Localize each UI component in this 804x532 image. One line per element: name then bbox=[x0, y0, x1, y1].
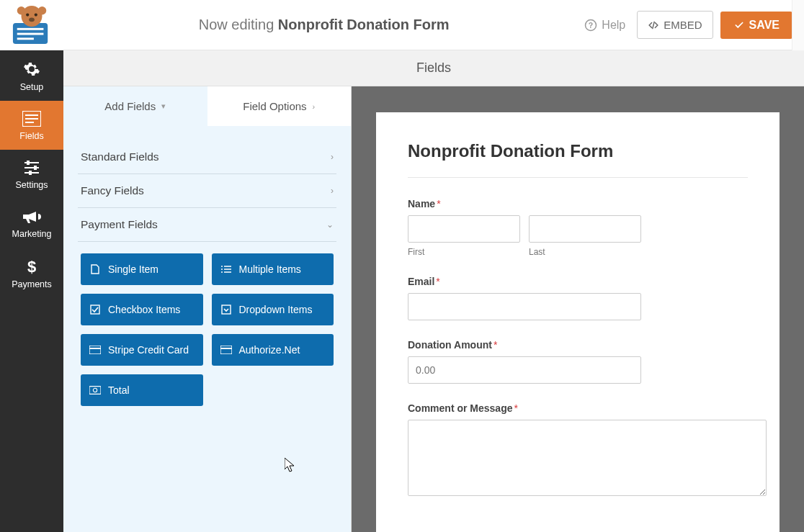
svg-point-8 bbox=[17, 6, 26, 14]
field-single-item[interactable]: Single Item bbox=[81, 253, 203, 285]
svg-rect-28 bbox=[220, 348, 232, 349]
check-square-icon bbox=[89, 305, 101, 315]
list-icon bbox=[22, 111, 41, 127]
page-title: Now editing Nonprofit Donation Form bbox=[63, 17, 584, 33]
editing-prefix: Now editing bbox=[199, 17, 274, 32]
required-mark: * bbox=[493, 339, 497, 351]
svg-rect-1 bbox=[17, 27, 44, 30]
embed-icon bbox=[648, 20, 659, 30]
email-label: Email* bbox=[408, 276, 748, 287]
help-link[interactable]: ? Help bbox=[584, 19, 625, 32]
required-mark: * bbox=[514, 402, 517, 414]
svg-rect-27 bbox=[220, 346, 232, 354]
sliders-icon bbox=[23, 160, 40, 176]
nav-label: Setup bbox=[20, 82, 44, 92]
chevron-down-icon: ⌄ bbox=[326, 220, 334, 230]
left-nav: Setup Fields Settings Marketing $ Paymen… bbox=[0, 50, 63, 532]
topbar: Now editing Nonprofit Donation Form ? He… bbox=[0, 0, 804, 50]
nav-label: Payments bbox=[12, 279, 52, 289]
comment-label: Comment or Message* bbox=[408, 402, 748, 414]
svg-rect-14 bbox=[25, 118, 38, 120]
nav-label: Fields bbox=[19, 131, 43, 141]
svg-rect-17 bbox=[34, 166, 37, 170]
field-comment[interactable]: Comment or Message* bbox=[408, 402, 748, 498]
required-mark: * bbox=[436, 276, 439, 287]
wpforms-logo-icon bbox=[7, 5, 56, 45]
svg-rect-2 bbox=[17, 32, 44, 35]
svg-rect-13 bbox=[25, 114, 38, 116]
app-logo[interactable] bbox=[0, 0, 63, 50]
svg-rect-29 bbox=[89, 387, 101, 395]
chevron-right-icon: › bbox=[331, 152, 334, 162]
svg-rect-3 bbox=[17, 37, 34, 40]
email-input[interactable] bbox=[408, 293, 641, 320]
nav-marketing[interactable]: Marketing bbox=[0, 199, 63, 248]
embed-button[interactable]: EMBED bbox=[637, 11, 713, 39]
check-icon bbox=[733, 20, 745, 30]
last-sublabel: Last bbox=[529, 247, 641, 257]
name-label: Name* bbox=[408, 198, 748, 209]
nav-payments[interactable]: $ Payments bbox=[0, 248, 63, 298]
svg-point-21 bbox=[221, 269, 223, 270]
form-preview-canvas: Nonprofit Donation Form Name* First Last… bbox=[352, 86, 804, 532]
svg-point-30 bbox=[93, 388, 97, 392]
nav-fields[interactable]: Fields bbox=[0, 101, 63, 150]
nav-setup[interactable]: Setup bbox=[0, 50, 63, 101]
gear-icon bbox=[23, 60, 40, 78]
divider bbox=[408, 177, 748, 178]
money-icon bbox=[89, 386, 101, 395]
dollar-icon: $ bbox=[26, 258, 37, 275]
donation-input[interactable] bbox=[408, 356, 641, 384]
svg-point-7 bbox=[29, 17, 35, 22]
field-authorize-net[interactable]: Authorize.Net bbox=[212, 334, 334, 366]
donation-label: Donation Amount* bbox=[408, 339, 748, 351]
svg-rect-23 bbox=[91, 305, 99, 314]
last-name-input[interactable] bbox=[529, 215, 641, 243]
svg-text:?: ? bbox=[589, 20, 593, 29]
card-icon bbox=[89, 346, 101, 354]
field-name[interactable]: Name* First Last bbox=[408, 198, 748, 257]
svg-rect-25 bbox=[89, 346, 101, 354]
required-mark: * bbox=[437, 198, 440, 209]
card-icon bbox=[220, 346, 232, 354]
svg-point-5 bbox=[26, 13, 29, 16]
nav-label: Marketing bbox=[12, 229, 52, 239]
form-name: Nonprofit Donation Form bbox=[278, 17, 450, 32]
accordion-fancy-fields[interactable]: Fancy Fields › bbox=[78, 174, 336, 208]
accordion-payment-fields[interactable]: Payment Fields ⌄ bbox=[78, 208, 336, 242]
section-header: Fields bbox=[63, 50, 804, 86]
svg-rect-18 bbox=[29, 171, 32, 175]
panel-tabs: Add Fields ▾ Field Options › bbox=[63, 86, 351, 126]
caret-square-icon bbox=[220, 305, 232, 315]
nav-settings[interactable]: Settings bbox=[0, 150, 63, 199]
field-email[interactable]: Email* bbox=[408, 276, 748, 320]
field-total[interactable]: Total bbox=[81, 374, 203, 406]
svg-point-22 bbox=[221, 271, 223, 273]
comment-textarea[interactable] bbox=[408, 420, 767, 496]
first-name-input[interactable] bbox=[408, 215, 520, 243]
tab-field-options[interactable]: Field Options › bbox=[207, 86, 352, 126]
form-card[interactable]: Nonprofit Donation Form Name* First Last… bbox=[376, 112, 780, 532]
svg-point-6 bbox=[35, 13, 37, 16]
chevron-right-icon: › bbox=[331, 186, 334, 196]
first-sublabel: First bbox=[408, 247, 520, 257]
field-checkbox-items[interactable]: Checkbox Items bbox=[81, 294, 203, 325]
field-stripe[interactable]: Stripe Credit Card bbox=[81, 334, 203, 366]
chevron-right-icon: › bbox=[313, 102, 316, 111]
form-title: Nonprofit Donation Form bbox=[408, 141, 748, 161]
payment-field-grid: Single Item Multiple Items Checkbox Item… bbox=[78, 242, 336, 418]
help-icon: ? bbox=[584, 19, 597, 32]
accordion-standard-fields[interactable]: Standard Fields › bbox=[78, 140, 336, 174]
field-accordion: Standard Fields › Fancy Fields › Payment… bbox=[63, 126, 351, 418]
tab-add-fields[interactable]: Add Fields ▾ bbox=[63, 86, 207, 126]
svg-rect-16 bbox=[27, 161, 30, 165]
fields-panel: Add Fields ▾ Field Options › Standard Fi… bbox=[63, 86, 352, 532]
bullhorn-icon bbox=[22, 209, 41, 225]
svg-rect-15 bbox=[25, 122, 34, 123]
field-multiple-items[interactable]: Multiple Items bbox=[212, 253, 334, 285]
save-button[interactable]: SAVE bbox=[720, 12, 792, 39]
field-dropdown-items[interactable]: Dropdown Items bbox=[212, 294, 334, 325]
chevron-down-icon: ▾ bbox=[161, 102, 166, 111]
field-donation-amount[interactable]: Donation Amount* bbox=[408, 339, 748, 384]
file-icon bbox=[89, 264, 101, 274]
